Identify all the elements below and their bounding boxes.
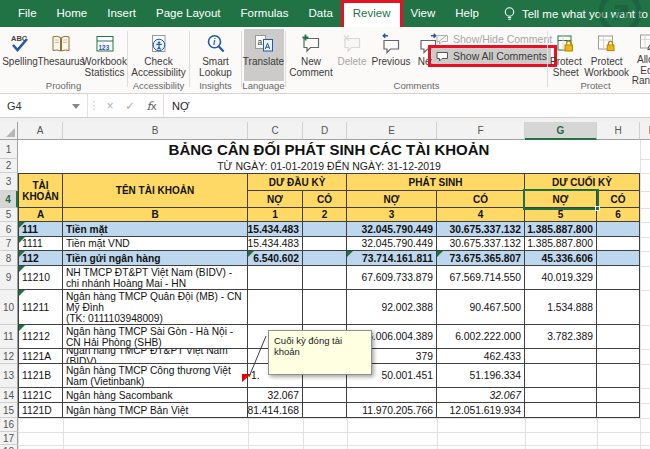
select-all-corner[interactable] bbox=[0, 122, 18, 140]
cell-G8[interactable]: 45.336.606 bbox=[525, 251, 597, 266]
column-header-E[interactable]: E bbox=[347, 122, 437, 140]
cell-A12[interactable]: 1121A bbox=[18, 349, 63, 364]
tab-help[interactable]: Help bbox=[445, 0, 489, 27]
insert-function-icon[interactable]: fx bbox=[140, 94, 164, 117]
cell-H8[interactable] bbox=[597, 251, 640, 266]
row-header-1[interactable]: 1 bbox=[0, 140, 18, 159]
cell-D7[interactable] bbox=[303, 237, 347, 251]
cell-C8[interactable]: 6.540.602 bbox=[248, 251, 303, 266]
cell-F11[interactable]: 6.002.222.000 bbox=[437, 325, 525, 349]
column-header-G[interactable]: G bbox=[525, 122, 597, 140]
name-box-dropdown-icon[interactable] bbox=[72, 104, 80, 109]
tab-view[interactable]: View bbox=[401, 0, 446, 27]
cell-G14[interactable] bbox=[525, 388, 597, 403]
cell-A8[interactable]: 112 bbox=[18, 251, 63, 266]
cell-C6[interactable]: 15.434.483 bbox=[248, 222, 303, 237]
header-closing-balance[interactable]: DƯ CUỐI KỲ bbox=[525, 173, 640, 191]
cell-B13[interactable]: Ngân hàng TMCP Công thương Việt Nam (Vie… bbox=[63, 364, 248, 388]
cell-C14[interactable]: 32.067 bbox=[248, 388, 303, 403]
cell-F4[interactable]: CÓ bbox=[437, 191, 525, 208]
column-header-F[interactable]: F bbox=[437, 122, 525, 140]
tab-data[interactable]: Data bbox=[299, 0, 343, 27]
column-header-I[interactable]: I bbox=[640, 122, 650, 140]
protect-workbook-button[interactable]: Protect Workbook bbox=[584, 29, 630, 81]
spelling-button[interactable]: ABC Spelling bbox=[0, 29, 40, 81]
tab-formulas[interactable]: Formulas bbox=[231, 0, 299, 27]
cell-H11[interactable] bbox=[597, 325, 640, 349]
cell-D10[interactable] bbox=[303, 290, 347, 325]
tab-home[interactable]: Home bbox=[47, 0, 98, 27]
row-header-8[interactable]: 8 bbox=[0, 251, 18, 266]
cell-B7[interactable]: Tiền mặt VND bbox=[63, 237, 248, 251]
show-hide-comment-button[interactable]: Show/Hide Comment bbox=[432, 31, 556, 47]
cell-B6[interactable]: Tiền mặt bbox=[63, 222, 248, 237]
cell-B12[interactable]: Ngân hàng TMCP ĐT&PT Việt Nam (BIDV) bbox=[63, 349, 248, 364]
cell-A6[interactable]: 111 bbox=[18, 222, 63, 237]
cell-E5[interactable]: 3 bbox=[347, 208, 437, 222]
cell-F13[interactable]: 51.196.334 bbox=[437, 364, 525, 388]
cell-F6[interactable]: 30.675.337.132 bbox=[437, 222, 525, 237]
cell-C5[interactable]: 1 bbox=[248, 208, 303, 222]
row-header-18[interactable]: 18 bbox=[0, 445, 18, 449]
cell-G11[interactable]: 3.782.389 bbox=[525, 325, 597, 349]
cell-D15[interactable] bbox=[303, 403, 347, 418]
confirm-entry-icon[interactable]: ✓ bbox=[120, 94, 140, 117]
cell-G4[interactable]: NỢ bbox=[525, 191, 597, 208]
cell-H13[interactable] bbox=[597, 364, 640, 388]
cell-B11[interactable]: Ngân hàng TMCP Sài Gòn - Hà Nội - CN Hải… bbox=[63, 325, 248, 349]
cell-E14[interactable] bbox=[347, 388, 437, 403]
cell-G7[interactable]: 1.385.887.800 bbox=[525, 237, 597, 251]
row-header-4[interactable]: 4 bbox=[0, 191, 18, 208]
new-comment-button[interactable]: New Comment bbox=[288, 29, 334, 81]
cell-C7[interactable]: 15.434.483 bbox=[248, 237, 303, 251]
name-box[interactable]: G4 bbox=[0, 94, 88, 117]
cell-H7[interactable] bbox=[597, 237, 640, 251]
cell-B8[interactable]: Tiền gửi ngân hàng bbox=[63, 251, 248, 266]
cell-C15[interactable]: 81.414.168 bbox=[248, 403, 303, 418]
cell-B5[interactable]: B bbox=[63, 208, 248, 222]
row-header-9[interactable]: 9 bbox=[0, 266, 18, 290]
row-header-14[interactable]: 14 bbox=[0, 388, 18, 403]
row-header-2[interactable]: 2 bbox=[0, 159, 18, 173]
cell-H10[interactable] bbox=[597, 290, 640, 325]
cell-D6[interactable] bbox=[303, 222, 347, 237]
cell-A11[interactable]: 11212 bbox=[18, 325, 63, 349]
header-opening-balance[interactable]: DƯ ĐẦU KỲ bbox=[248, 173, 347, 191]
allow-edit-ranges-button[interactable]: Allow Edit Ranges bbox=[630, 29, 650, 81]
cell-E8[interactable]: 73.714.161.811 bbox=[347, 251, 437, 266]
row-header-11[interactable]: 11 bbox=[0, 325, 18, 349]
cell-H6[interactable] bbox=[597, 222, 640, 237]
cell-F12[interactable]: 462.433 bbox=[437, 349, 525, 364]
cell-F15[interactable]: 12.051.619.934 bbox=[437, 403, 525, 418]
workbook-statistics-button[interactable]: 123 Workbook Statistics bbox=[82, 29, 127, 81]
cell-A15[interactable]: 1121D bbox=[18, 403, 63, 418]
cell-G15[interactable] bbox=[525, 403, 597, 418]
cell-E6[interactable]: 32.045.790.449 bbox=[347, 222, 437, 237]
cell-G12[interactable] bbox=[525, 349, 597, 364]
cell-B9[interactable]: NH TMCP ĐT&PT Việt Nam (BIDV) - chi nhán… bbox=[63, 266, 248, 290]
tab-page-layout[interactable]: Page Layout bbox=[146, 0, 231, 27]
cell-E4[interactable]: NỢ bbox=[347, 191, 437, 208]
tab-insert[interactable]: Insert bbox=[97, 0, 146, 27]
cell-F8[interactable]: 73.675.365.807 bbox=[437, 251, 525, 266]
cell-A13[interactable]: 1121B bbox=[18, 364, 63, 388]
cell-H5[interactable]: 6 bbox=[597, 208, 640, 222]
cell-B14[interactable]: Ngân hàng Sacombank bbox=[63, 388, 248, 403]
cell-E9[interactable]: 67.609.733.879 bbox=[347, 266, 437, 290]
header-account-name[interactable]: TÊN TÀI KHOẢN bbox=[63, 173, 248, 208]
cell-A14[interactable]: 1121C bbox=[18, 388, 63, 403]
cell-D9[interactable] bbox=[303, 266, 347, 290]
check-accessibility-button[interactable]: Check Accessibility bbox=[131, 29, 187, 81]
cell-H14[interactable] bbox=[597, 388, 640, 403]
row-header-3[interactable]: 3 bbox=[0, 173, 18, 191]
cell-G5[interactable]: 5 bbox=[525, 208, 597, 222]
cell-A7[interactable]: 1111 bbox=[18, 237, 63, 251]
row-header-15[interactable]: 15 bbox=[0, 403, 18, 418]
cell-E7[interactable]: 32.045.790.449 bbox=[347, 237, 437, 251]
cell-G6[interactable]: 1.385.887.800 bbox=[525, 222, 597, 237]
cell-G10[interactable]: 1.534.888 bbox=[525, 290, 597, 325]
row-header-17[interactable]: 17 bbox=[0, 432, 18, 445]
show-all-comments-button[interactable]: Show All Comments bbox=[432, 48, 551, 64]
cell-A5[interactable]: A bbox=[18, 208, 63, 222]
row-header-7[interactable]: 7 bbox=[0, 237, 18, 251]
